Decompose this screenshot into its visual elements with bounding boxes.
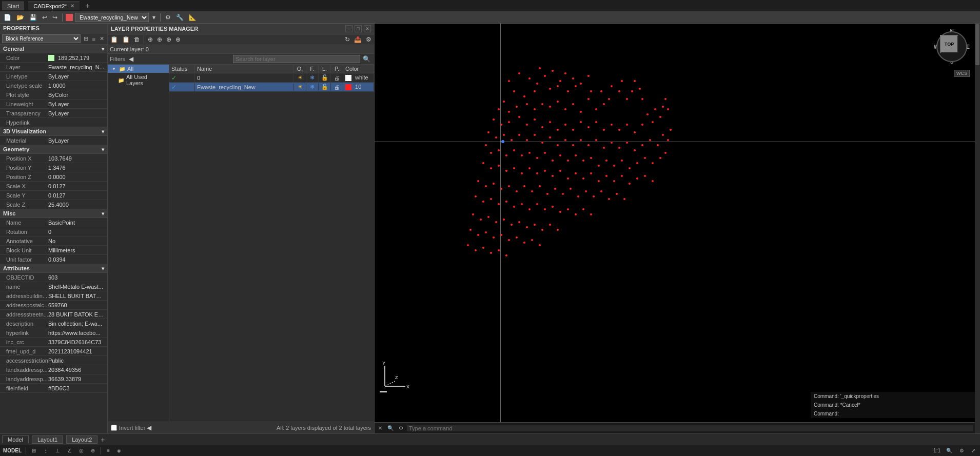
status-settings-btn[interactable]: ⚙: [958, 447, 966, 454]
viewport[interactable]: N S E W TOP WCS X Y Z Command: '_quickpr…: [375, 24, 980, 433]
add-layout-button[interactable]: +: [101, 435, 105, 444]
section-geometry-header[interactable]: Geometry ▾: [0, 145, 107, 154]
layer-filter-icon-1[interactable]: ⊕: [146, 35, 154, 44]
status-otrack-btn[interactable]: ⊕: [89, 447, 96, 454]
properties-panel: PROPERTIES Block Reference ⊞ ≡ ✕ General…: [0, 24, 108, 433]
layer-new-icon[interactable]: 📋: [109, 35, 120, 44]
layer-ewaste-freeze-icon: ❄: [310, 84, 315, 90]
scatter-dot: [557, 229, 559, 231]
filter-item-used[interactable]: 📁 All Used Layers: [108, 73, 169, 87]
dropdown-arrow-icon[interactable]: ▾: [151, 13, 157, 22]
command-options-icon[interactable]: ⚙: [397, 425, 405, 431]
col-header-plot[interactable]: P.: [331, 65, 343, 73]
status-osnap-btn[interactable]: ◎: [77, 447, 85, 454]
tool-icon-2[interactable]: 🔧: [174, 13, 185, 22]
layer-filter-collapse-icon[interactable]: ◀: [127, 55, 135, 63]
section-general-header[interactable]: General ▾: [0, 45, 107, 53]
tab-layout2[interactable]: Layout2: [66, 435, 97, 444]
viewport-scrollbar-thumb[interactable]: [975, 24, 979, 65]
layer-export-icon[interactable]: 📤: [352, 35, 363, 44]
status-zoom-btn[interactable]: 🔍: [945, 447, 954, 454]
scatter-dot: [664, 152, 667, 154]
section-attributes-header[interactable]: Attributes ▾: [0, 264, 107, 273]
prop-icon-btn-2[interactable]: ≡: [91, 35, 96, 43]
col-header-color[interactable]: Color: [343, 65, 374, 73]
scatter-dot: [559, 80, 561, 82]
layer-ewaste-color-label: 10: [355, 84, 361, 90]
new-file-icon[interactable]: 📄: [2, 13, 13, 22]
command-text-input[interactable]: [407, 425, 973, 431]
layer-row-0[interactable]: ✓ 0 ☀ ❄ 🔓 🖨: [169, 73, 374, 83]
col-status-label: Status: [171, 66, 187, 72]
tab-add-button[interactable]: +: [84, 2, 92, 10]
layer-row-0-freeze[interactable]: ❄: [306, 74, 319, 82]
layer-ewaste-lock[interactable]: 🔓: [319, 83, 331, 91]
col-header-freeze[interactable]: F.: [306, 65, 319, 73]
layer-filter-icon-2[interactable]: ⊕: [155, 35, 164, 44]
tab-start[interactable]: Start: [2, 2, 24, 10]
status-expand-btn[interactable]: ⤢: [970, 447, 977, 454]
col-header-status[interactable]: Status: [169, 65, 195, 73]
layer-ewaste-on[interactable]: ☀: [294, 83, 306, 91]
save-icon[interactable]: 💾: [28, 13, 38, 22]
layer-minimize-button[interactable]: —: [345, 25, 352, 32]
status-transparency-btn[interactable]: ◈: [115, 447, 123, 454]
layer-filter-icon-3[interactable]: ⊕: [165, 35, 173, 44]
prop-icon-btn-1[interactable]: ⊞: [83, 35, 89, 43]
col-header-name[interactable]: Name: [195, 65, 294, 73]
filter-item-all[interactable]: ▼ 📁 All: [108, 65, 169, 73]
layer-row-ewaste[interactable]: ✓ Ewaste_recycling_New ☀ ❄ 🔓: [169, 83, 374, 92]
tool-icon-3[interactable]: 📐: [187, 13, 198, 22]
status-polar-btn[interactable]: ∠: [66, 447, 73, 454]
invert-filter-checkbox[interactable]: [111, 425, 117, 431]
status-grid-btn[interactable]: ⊞: [30, 447, 37, 454]
command-line-3: Command:: [811, 409, 975, 418]
prop-icon-btn-3[interactable]: ✕: [99, 35, 105, 43]
prop-type-select[interactable]: Block Reference: [2, 34, 81, 43]
scatter-dot: [531, 190, 533, 192]
col-header-lock[interactable]: L.: [319, 65, 331, 73]
bottom-tab-bar: Model Layout1 Layout2 +: [0, 433, 980, 445]
layer-restore-button[interactable]: □: [355, 25, 362, 32]
scatter-dot: [526, 226, 528, 228]
open-file-icon[interactable]: 📂: [15, 13, 26, 22]
layer-row-0-lock[interactable]: 🔓: [319, 74, 331, 82]
layer-delete-icon[interactable]: 🗑: [132, 35, 142, 44]
status-snap-btn[interactable]: ⋮: [42, 447, 50, 454]
layer-ewaste-plot[interactable]: 🖨: [331, 84, 343, 91]
layer-settings-icon[interactable]: ⚙: [364, 35, 373, 44]
prop-fmel-upd: fmel_upd_d 20211231094421: [0, 347, 107, 356]
undo-icon[interactable]: ↩: [41, 13, 49, 22]
tool-icon-1[interactable]: ⚙: [164, 13, 172, 22]
layer-refresh-icon[interactable]: ↻: [343, 35, 351, 44]
tab-model[interactable]: Model: [2, 435, 29, 444]
section-3d-header[interactable]: 3D Visualization ▾: [0, 127, 107, 136]
layer-search-row: Filters ◀ 🔍: [108, 54, 374, 65]
layer-search-icon[interactable]: 🔍: [361, 55, 372, 63]
layer-search-input[interactable]: [233, 55, 360, 63]
compass-top-button[interactable]: TOP: [940, 35, 958, 53]
scatter-dot: [657, 144, 659, 146]
layer-new2-icon[interactable]: 📋: [121, 35, 131, 44]
layer-ewaste-freeze[interactable]: ❄: [306, 83, 319, 91]
layer-row-0-plot[interactable]: 🖨: [331, 74, 343, 82]
file-dropdown[interactable]: Ewaste_recycling_New: [75, 13, 149, 22]
command-search-icon[interactable]: 🔍: [386, 425, 395, 431]
status-lineweight-btn[interactable]: ≡: [105, 447, 111, 454]
scatter-dot: [634, 131, 636, 133]
layer-filter-icon-4[interactable]: ⊕: [174, 35, 182, 44]
prop-material-value: ByLayer: [46, 137, 107, 144]
layer-close-button[interactable]: ✕: [364, 25, 371, 32]
viewport-scrollbar[interactable]: [975, 24, 980, 433]
col-header-on[interactable]: O.: [294, 65, 306, 73]
tab-close-icon[interactable]: ✕: [70, 3, 74, 9]
command-close-icon[interactable]: ✕: [377, 425, 384, 431]
tab-cadexport[interactable]: CADExport2* ✕: [28, 2, 79, 10]
redo-icon[interactable]: ↪: [51, 13, 59, 22]
layer-panel-title: LAYER PROPERTIES MANAGER: [111, 26, 198, 32]
layer-row-0-on[interactable]: ☀: [294, 74, 306, 82]
tab-layout1[interactable]: Layout1: [32, 435, 63, 444]
status-ortho-btn[interactable]: ⊥: [54, 447, 62, 454]
layer-bottom-collapse-icon[interactable]: ◀: [145, 424, 153, 432]
section-misc-header[interactable]: Misc ▾: [0, 209, 107, 218]
